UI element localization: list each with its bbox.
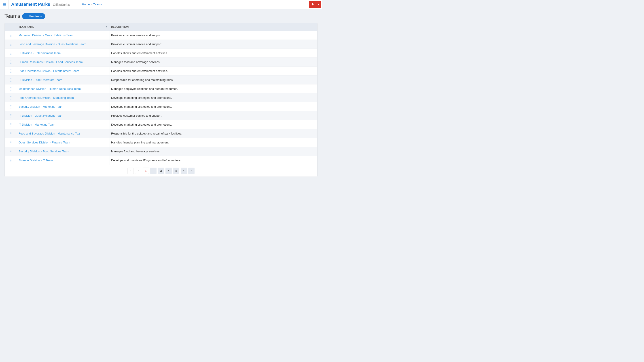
page-number-button[interactable]: 2 [150, 168, 156, 174]
svg-point-32 [10, 126, 11, 126]
svg-point-38 [10, 143, 11, 144]
svg-point-23 [10, 99, 11, 99]
row-actions-button[interactable] [5, 138, 17, 147]
teams-table: TEAM NAME DESCRIPTION Marketing Division… [4, 23, 318, 177]
team-link[interactable]: Marketing Division - Guest Relations Tea… [18, 33, 73, 37]
row-description-cell: Develops and maintains IT systems and in… [110, 159, 317, 162]
team-link[interactable]: Food and Beverage Division - Maintenance… [18, 132, 82, 135]
table-row: Security Division - Food Services Team M… [5, 147, 317, 156]
team-link[interactable]: Security Division - Food Services Team [18, 150, 69, 153]
page-number-button[interactable]: 1 [143, 168, 149, 174]
more-vertical-icon [10, 123, 12, 126]
row-actions-button[interactable] [5, 84, 17, 93]
team-link[interactable]: Ride Operations Division - Entertainment… [18, 69, 79, 73]
topbar-actions [309, 0, 322, 9]
row-name-cell: IT Division - Guest Relations Team [17, 111, 110, 120]
hamburger-icon [2, 2, 6, 6]
notifications-dropdown-button[interactable] [316, 1, 321, 8]
svg-point-13 [10, 71, 11, 71]
row-name-cell: Food and Beverage Division - Maintenance… [17, 129, 110, 138]
svg-point-22 [10, 97, 11, 98]
team-link[interactable]: Finance Division - IT Team [18, 159, 53, 162]
table-row: Maintenance Division - Human Resources T… [5, 84, 317, 93]
team-link[interactable]: IT Division - Entertainment Team [18, 51, 60, 55]
svg-point-36 [10, 141, 11, 141]
svg-point-33 [10, 132, 11, 132]
svg-point-18 [10, 87, 11, 88]
menu-toggle-button[interactable] [0, 0, 8, 9]
row-actions-button[interactable] [5, 129, 17, 138]
table-row: IT Division - Ride Operators Team Respon… [5, 75, 317, 84]
pagination: 12345 [5, 165, 317, 177]
new-team-button[interactable]: New team [22, 13, 46, 19]
page-number-button[interactable]: 5 [173, 168, 179, 174]
new-team-label: New team [28, 14, 42, 18]
more-vertical-icon [10, 114, 12, 117]
page-last-button[interactable] [188, 168, 194, 174]
svg-point-5 [10, 45, 11, 46]
chevron-left-icon [137, 169, 140, 172]
more-vertical-icon [10, 78, 12, 82]
row-name-cell: Food and Beverage Division - Guest Relat… [17, 40, 110, 48]
more-vertical-icon [10, 33, 12, 37]
row-name-cell: IT Division - Entertainment Team [17, 49, 110, 57]
page-number-button[interactable]: 3 [158, 168, 164, 174]
filter-button[interactable] [105, 25, 108, 28]
more-vertical-icon [10, 132, 12, 135]
team-link[interactable]: Guest Services Division - Finance Team [18, 141, 70, 144]
table-row: Security Division - Marketing Team Devel… [5, 102, 317, 111]
svg-point-31 [10, 124, 11, 125]
row-actions-button[interactable] [5, 49, 17, 57]
row-actions-button[interactable] [5, 67, 17, 75]
row-actions-button[interactable] [5, 93, 17, 102]
row-actions-button[interactable] [5, 156, 17, 165]
svg-point-16 [10, 79, 11, 80]
table-body: Marketing Division - Guest Relations Tea… [5, 31, 317, 165]
caret-down-icon [318, 3, 320, 5]
team-link[interactable]: IT Division - Marketing Team [18, 123, 55, 126]
row-description-cell: Responsible for the upkeep and repair of… [110, 132, 317, 135]
table-row: Human Resources Division - Food Services… [5, 57, 317, 66]
row-actions-button[interactable] [5, 40, 17, 48]
row-name-cell: Human Resources Division - Food Services… [17, 58, 110, 66]
page-next-button[interactable] [181, 168, 187, 174]
row-actions-button[interactable] [5, 111, 17, 120]
chevron-right-icon [182, 169, 185, 172]
page-title: Teams [4, 13, 20, 19]
svg-point-42 [10, 159, 11, 159]
team-link[interactable]: Ride Operations Division - Marketing Tea… [18, 96, 74, 99]
team-link[interactable]: IT Division - Guest Relations Team [18, 114, 63, 117]
table-row: IT Division - Guest Relations Team Provi… [5, 111, 317, 120]
row-name-cell: IT Division - Marketing Team [17, 120, 110, 129]
svg-point-3 [10, 42, 11, 43]
table-row: Ride Operations Division - Marketing Tea… [5, 93, 317, 102]
breadcrumb-current[interactable]: Teams [93, 3, 102, 6]
team-link[interactable]: Maintenance Division - Human Resources T… [18, 87, 81, 90]
header-name-col[interactable]: TEAM NAME [17, 25, 110, 28]
notifications-button[interactable] [309, 1, 316, 8]
row-description-cell: Develops marketing strategies and promot… [110, 105, 317, 108]
row-actions-button[interactable] [5, 31, 17, 39]
table-row: Guest Services Division - Finance Team H… [5, 138, 317, 147]
table-header: TEAM NAME DESCRIPTION [5, 23, 317, 31]
row-actions-button[interactable] [5, 120, 17, 129]
row-actions-button[interactable] [5, 102, 17, 111]
header-description-col[interactable]: DESCRIPTION [110, 25, 317, 28]
row-actions-button[interactable] [5, 147, 17, 156]
breadcrumb-home[interactable]: Home [82, 3, 90, 6]
svg-point-2 [10, 36, 11, 37]
svg-point-28 [10, 115, 11, 116]
team-link[interactable]: Security Division - Marketing Team [18, 105, 63, 108]
svg-point-7 [10, 53, 11, 53]
row-name-cell: Ride Operations Division - Marketing Tea… [17, 93, 110, 102]
svg-point-30 [10, 123, 11, 124]
team-link[interactable]: Food and Beverage Division - Guest Relat… [18, 42, 86, 46]
row-description-cell: Manages food and beverage services. [110, 60, 317, 64]
row-actions-button[interactable] [5, 58, 17, 66]
row-actions-button[interactable] [5, 75, 17, 84]
page-number-button[interactable]: 4 [166, 168, 172, 174]
row-description-cell: Handles shows and entertainment activiti… [110, 51, 317, 55]
team-link[interactable]: Human Resources Division - Food Services… [18, 60, 83, 64]
team-link[interactable]: IT Division - Ride Operators Team [18, 78, 62, 81]
brand-name[interactable]: Amusement Parks [11, 2, 50, 7]
